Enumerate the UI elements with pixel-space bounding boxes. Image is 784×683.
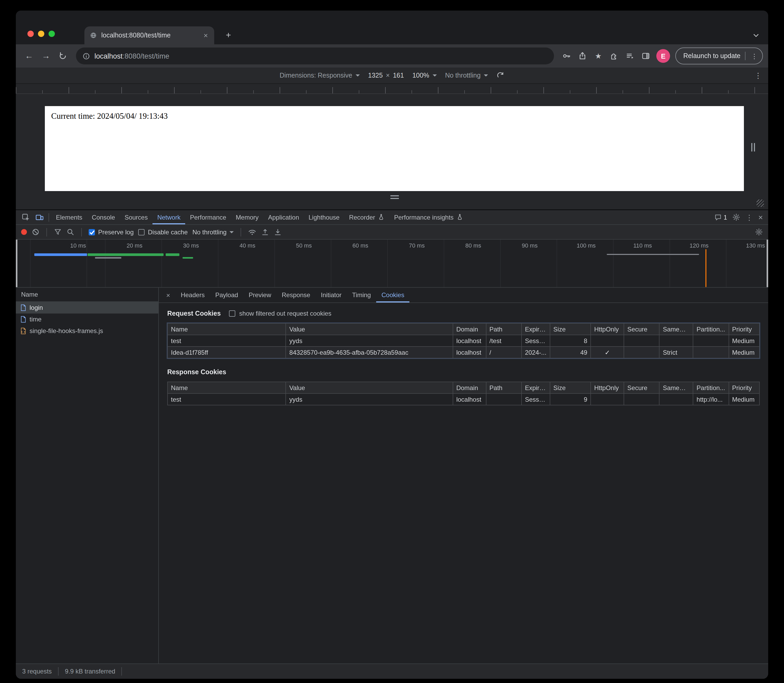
new-tab-button[interactable]: +: [222, 29, 235, 42]
cell-priority[interactable]: Medium: [729, 335, 760, 346]
tab-memory[interactable]: Memory: [231, 210, 264, 224]
devtools-overflow-icon[interactable]: ⋮: [746, 213, 753, 221]
profile-avatar[interactable]: E: [656, 49, 670, 63]
media-list-icon[interactable]: [622, 48, 637, 63]
back-button[interactable]: ←: [21, 48, 37, 64]
viewport-resize-handle-bottom[interactable]: [390, 195, 399, 199]
cell-domain[interactable]: localhost: [453, 393, 486, 405]
cell-expires[interactable]: 2024-...: [522, 346, 550, 358]
request-row-script[interactable]: single-file-hooks-frames.js: [16, 325, 158, 337]
disable-cache-checkbox[interactable]: Disable cache: [139, 228, 188, 236]
viewport-width-field[interactable]: 1325: [368, 72, 383, 79]
cell-samesite[interactable]: Strict: [659, 346, 693, 358]
column-header[interactable]: Secure: [624, 382, 659, 393]
browser-tab[interactable]: localhost:8080/test/time ×: [85, 26, 214, 44]
response-cookies-table[interactable]: Name Value Domain Path Expire... Size Ht…: [167, 382, 760, 406]
issues-counter[interactable]: 1: [714, 213, 727, 221]
network-conditions-wifi-icon[interactable]: [248, 228, 257, 236]
extensions-puzzle-icon[interactable]: [607, 48, 621, 63]
minimize-window-button[interactable]: [38, 30, 44, 37]
side-panel-icon[interactable]: [638, 48, 653, 63]
tab-lighthouse[interactable]: Lighthouse: [304, 210, 344, 224]
devtools-settings-gear-icon[interactable]: [732, 213, 740, 221]
column-header[interactable]: SameSite: [659, 382, 693, 393]
tab-search-chevron-icon[interactable]: [752, 32, 760, 39]
cell-name[interactable]: Idea-d1f785ff: [168, 346, 286, 358]
dimensions-select[interactable]: Dimensions: Responsive: [280, 72, 360, 79]
cell-value[interactable]: yyds: [286, 393, 453, 405]
network-throttling-select[interactable]: No throttling: [192, 228, 234, 236]
detail-tab-response[interactable]: Response: [277, 288, 315, 303]
column-header[interactable]: Size: [550, 323, 591, 335]
cell-path[interactable]: /test: [486, 335, 522, 346]
checkbox-checked-icon[interactable]: [89, 229, 95, 235]
cell-value[interactable]: yyds: [286, 335, 453, 346]
cell-size[interactable]: 49: [550, 346, 591, 358]
cell-value[interactable]: 84328570-ea9b-4635-afba-05b728a59aac: [286, 346, 453, 358]
relaunch-overflow-icon[interactable]: ⋮: [749, 52, 759, 60]
site-info-icon[interactable]: [82, 52, 90, 60]
requests-name-header[interactable]: Name: [16, 288, 158, 302]
tab-console[interactable]: Console: [87, 210, 120, 224]
tab-recorder[interactable]: Recorder: [344, 210, 389, 224]
filter-funnel-icon[interactable]: [54, 228, 62, 236]
tab-network[interactable]: Network: [152, 210, 185, 224]
detail-tab-preview[interactable]: Preview: [243, 288, 277, 303]
password-key-icon[interactable]: [559, 48, 574, 63]
inspect-element-icon[interactable]: [19, 210, 33, 224]
column-header[interactable]: Name: [168, 382, 286, 393]
zoom-select[interactable]: 100%: [412, 72, 437, 79]
request-row-login[interactable]: login: [16, 302, 158, 314]
column-header[interactable]: Partition...: [693, 382, 729, 393]
devtools-close-icon[interactable]: ×: [758, 213, 763, 222]
network-settings-gear-icon[interactable]: [755, 228, 763, 236]
page-viewport[interactable]: Current time: 2024/05/04/ 19:13:43: [45, 106, 744, 191]
checkbox-unchecked-icon[interactable]: [139, 229, 145, 235]
cell-httponly[interactable]: ✓: [590, 346, 624, 358]
tab-sources[interactable]: Sources: [120, 210, 152, 224]
cell-domain[interactable]: localhost: [453, 346, 486, 358]
close-window-button[interactable]: [27, 30, 34, 37]
forward-button[interactable]: →: [38, 48, 54, 64]
cell-priority[interactable]: Medium: [729, 346, 760, 358]
cell-priority[interactable]: Medium: [729, 393, 760, 405]
cell-path[interactable]: /: [486, 346, 522, 358]
column-header[interactable]: HttpOnly: [590, 323, 624, 335]
show-filtered-cookies-checkbox[interactable]: show filtered out request cookies: [229, 310, 331, 317]
cell-name[interactable]: test: [168, 335, 286, 346]
detail-tab-headers[interactable]: Headers: [175, 288, 210, 303]
column-header[interactable]: Name: [168, 323, 286, 335]
cell-partition[interactable]: [693, 346, 729, 358]
cookie-row[interactable]: test yyds localhost Session 9 http://lo.…: [168, 393, 760, 405]
import-har-icon[interactable]: [261, 228, 269, 236]
search-icon[interactable]: [67, 228, 74, 236]
detail-tab-initiator[interactable]: Initiator: [315, 288, 347, 303]
tab-performance-insights[interactable]: Performance insights: [389, 210, 468, 224]
viewport-resize-handle-right[interactable]: [751, 143, 755, 151]
network-overview-timeline[interactable]: 10 ms 20 ms 30 ms 40 ms 50 ms 60 ms 70 m…: [16, 240, 768, 288]
tab-application[interactable]: Application: [263, 210, 304, 224]
column-header[interactable]: Expire...: [522, 323, 550, 335]
column-header[interactable]: Value: [286, 323, 453, 335]
cookie-row[interactable]: test yyds localhost /test Session 8: [168, 335, 760, 346]
detail-tab-payload[interactable]: Payload: [210, 288, 243, 303]
column-header[interactable]: Partition...: [693, 323, 729, 335]
cell-size[interactable]: 9: [550, 393, 591, 405]
maximize-window-button[interactable]: [48, 30, 55, 37]
viewport-resize-corner[interactable]: [757, 199, 764, 207]
column-header[interactable]: Expire...: [522, 382, 550, 393]
record-network-log-icon[interactable]: [21, 229, 27, 235]
cell-secure[interactable]: [624, 346, 659, 358]
tab-performance[interactable]: Performance: [185, 210, 231, 224]
cookie-row[interactable]: Idea-d1f785ff 84328570-ea9b-4635-afba-05…: [168, 346, 760, 358]
detail-tab-timing[interactable]: Timing: [347, 288, 376, 303]
column-header[interactable]: Domain: [453, 323, 486, 335]
clear-network-log-icon[interactable]: [32, 228, 40, 236]
throttling-select[interactable]: No throttling: [445, 72, 488, 79]
cell-secure[interactable]: [624, 393, 659, 405]
bookmark-star-icon[interactable]: ★: [591, 48, 606, 63]
cell-samesite[interactable]: [659, 393, 693, 405]
cell-httponly[interactable]: [590, 393, 624, 405]
device-toolbar-toggle-icon[interactable]: [33, 210, 46, 224]
viewport-height-field[interactable]: 161: [393, 72, 404, 79]
